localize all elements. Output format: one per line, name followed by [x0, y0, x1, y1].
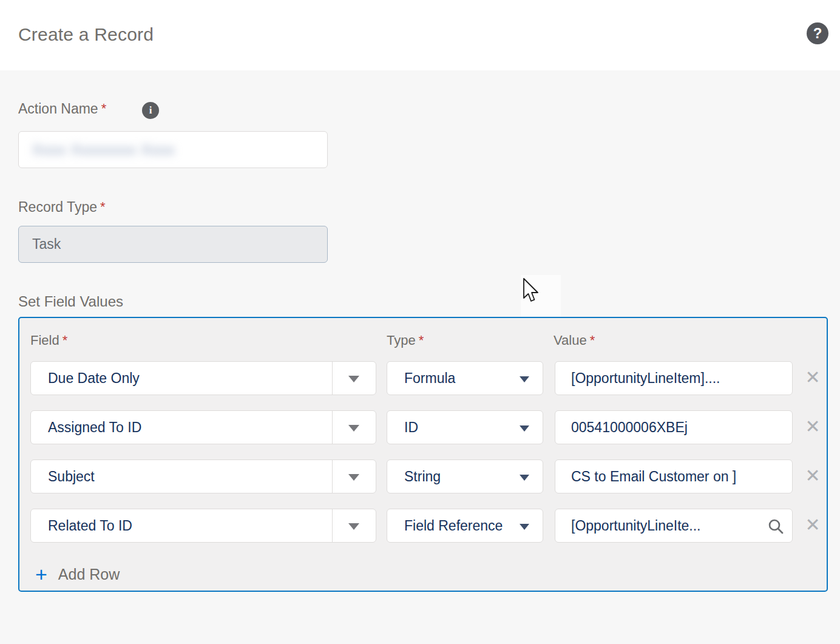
- chevron-down-icon: [520, 475, 529, 481]
- chevron-down-icon: [520, 376, 529, 382]
- type-select[interactable]: ID: [387, 410, 543, 444]
- page-title: Create a Record: [18, 24, 154, 45]
- action-name-label: Action Name*: [18, 101, 106, 117]
- search-icon[interactable]: [768, 518, 784, 534]
- chevron-down-icon: [520, 425, 529, 432]
- required-asterisk: *: [100, 199, 106, 214]
- field-select[interactable]: Assigned To ID: [30, 410, 376, 444]
- value-lookup-input[interactable]: [OpportunityLineIte...: [555, 509, 793, 543]
- chevron-down-icon: [348, 474, 359, 481]
- value-input[interactable]: CS to Email Customer on ]: [555, 459, 793, 493]
- value-input[interactable]: [OpportunityLineItem]....: [555, 361, 793, 395]
- value-input[interactable]: 00541000006XBEj: [555, 410, 793, 444]
- record-type-label: Record Type*: [18, 199, 106, 215]
- info-icon[interactable]: i: [142, 102, 159, 119]
- chevron-down-icon: [520, 524, 529, 530]
- help-icon[interactable]: ?: [807, 22, 828, 44]
- record-type-value: Task: [32, 236, 61, 253]
- column-header-value: Value*: [554, 333, 595, 348]
- remove-row-icon[interactable]: ✕: [804, 459, 822, 493]
- action-name-input[interactable]: Xxxx Xxxxxxxx Xxxx: [18, 131, 328, 168]
- type-select[interactable]: Formula: [387, 361, 543, 395]
- remove-row-icon[interactable]: ✕: [804, 509, 822, 543]
- action-name-redacted-value: Xxxx Xxxxxxxx Xxxx: [32, 141, 175, 158]
- field-select[interactable]: Due Date Only: [30, 361, 376, 395]
- column-header-type: Type*: [387, 333, 424, 348]
- field-select[interactable]: Related To ID: [30, 509, 376, 543]
- chevron-down-icon: [348, 376, 359, 382]
- remove-row-icon[interactable]: ✕: [804, 410, 822, 444]
- type-select[interactable]: Field Reference: [387, 509, 543, 543]
- chevron-down-icon: [348, 523, 359, 530]
- field-select[interactable]: Subject: [30, 459, 376, 493]
- set-field-values-box: Field* Type* Value* Due Date Only Formul…: [18, 317, 828, 592]
- plus-icon: +: [35, 565, 47, 583]
- panel-header: Create a Record ?: [0, 0, 840, 70]
- record-type-input: Task: [18, 226, 328, 263]
- set-field-values-title: Set Field Values: [18, 293, 123, 310]
- required-asterisk: *: [101, 101, 107, 116]
- type-select[interactable]: String: [387, 459, 543, 493]
- chevron-down-icon: [348, 425, 359, 432]
- add-row-label: Add Row: [58, 566, 120, 583]
- mouse-cursor: [523, 278, 541, 303]
- remove-row-icon[interactable]: ✕: [804, 361, 822, 395]
- add-row-button[interactable]: + Add Row: [35, 563, 120, 585]
- column-header-field: Field*: [30, 333, 67, 348]
